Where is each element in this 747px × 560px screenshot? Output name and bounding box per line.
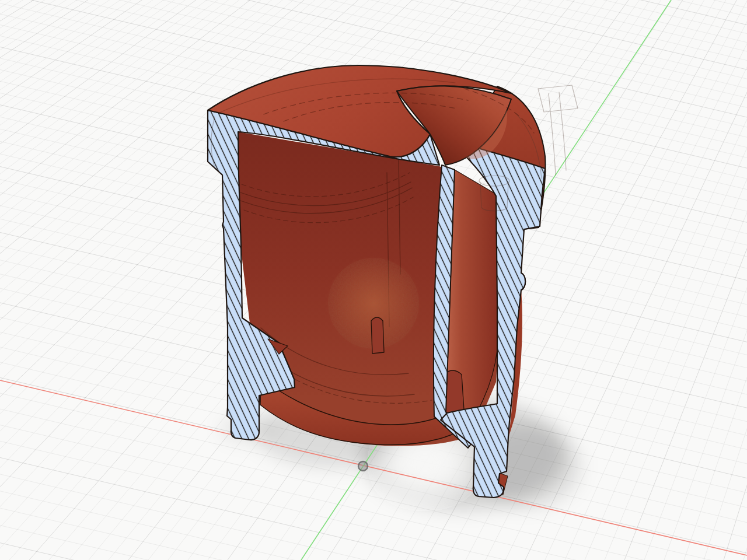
origin-marker-icon [358,461,368,471]
bowl-rib [371,317,384,354]
scene-canvas[interactable] [0,0,747,560]
cad-viewport[interactable] [0,0,747,560]
